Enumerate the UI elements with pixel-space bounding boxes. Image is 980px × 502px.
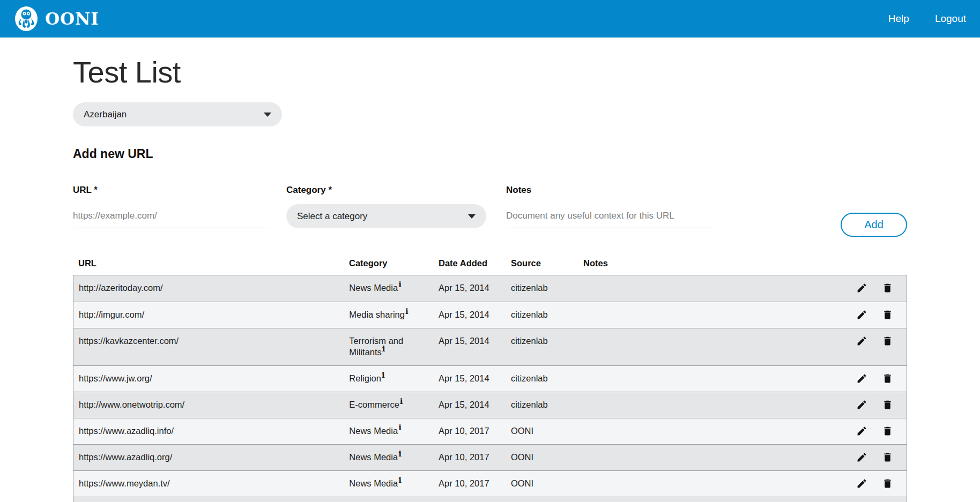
row-actions bbox=[824, 418, 907, 444]
table-row: http://www.abzas.net/ News Mediai Apr 10… bbox=[73, 497, 907, 502]
table-body: http://azeritoday.com/ News Mediai Apr 1… bbox=[73, 275, 907, 502]
logout-link[interactable]: Logout bbox=[935, 13, 966, 25]
category-info-icon[interactable]: i bbox=[398, 475, 402, 485]
help-link[interactable]: Help bbox=[888, 13, 909, 25]
delete-trash-icon[interactable] bbox=[882, 399, 893, 410]
table-row: https://kavkazcenter.com/ Terrorism and … bbox=[73, 328, 907, 365]
edit-pencil-icon[interactable] bbox=[856, 478, 867, 489]
url-cell: http://www.abzas.net/ bbox=[73, 497, 344, 502]
row-actions bbox=[824, 302, 907, 327]
page-title: Test List bbox=[73, 55, 907, 89]
category-cell: News Mediai bbox=[344, 275, 433, 301]
date-added-cell: Apr 10, 2017 bbox=[433, 418, 506, 444]
row-actions bbox=[824, 471, 907, 496]
edit-pencil-icon[interactable] bbox=[856, 282, 867, 294]
category-cell: News Mediai bbox=[344, 445, 433, 470]
source-cell: OONI bbox=[506, 418, 578, 444]
top-nav: Help Logout bbox=[888, 13, 966, 25]
date-added-cell: Apr 10, 2017 bbox=[433, 445, 506, 470]
edit-pencil-icon[interactable] bbox=[856, 425, 867, 437]
source-cell: OONI bbox=[506, 497, 578, 502]
notes-cell bbox=[578, 366, 824, 380]
edit-pencil-icon[interactable] bbox=[856, 335, 867, 347]
notes-cell bbox=[578, 328, 824, 342]
chevron-down-icon bbox=[468, 214, 476, 219]
chevron-down-icon bbox=[264, 113, 271, 117]
row-actions bbox=[824, 445, 907, 470]
date-added-cell: Apr 15, 2014 bbox=[433, 392, 506, 417]
row-actions bbox=[824, 497, 907, 502]
add-button[interactable]: Add bbox=[841, 213, 907, 237]
url-cell: http://www.onetwotrip.com/ bbox=[73, 392, 344, 417]
category-cell: Media sharingi bbox=[344, 302, 433, 328]
category-info-icon[interactable]: i bbox=[382, 344, 385, 354]
delete-trash-icon[interactable] bbox=[882, 452, 893, 463]
delete-trash-icon[interactable] bbox=[882, 335, 893, 347]
app-header: OONI Help Logout bbox=[0, 0, 980, 38]
url-cell: http://imgur.com/ bbox=[73, 302, 344, 327]
table-row: https://www.meydan.tv/ News Mediai Apr 1… bbox=[73, 470, 907, 497]
url-table: URL Category Date Added Source Notes htt… bbox=[73, 258, 907, 502]
delete-trash-icon[interactable] bbox=[882, 425, 893, 437]
date-added-cell: Apr 15, 2014 bbox=[433, 302, 506, 327]
column-header-notes: Notes bbox=[578, 258, 825, 268]
table-row: https://www.azadliq.info/ News Mediai Ap… bbox=[73, 418, 907, 444]
category-cell: Religioni bbox=[344, 366, 433, 392]
url-input[interactable] bbox=[73, 204, 269, 228]
edit-pencil-icon[interactable] bbox=[856, 373, 867, 384]
table-header-row: URL Category Date Added Source Notes bbox=[73, 258, 907, 275]
source-cell: citizenlab bbox=[506, 328, 578, 354]
category-info-icon[interactable]: i bbox=[398, 423, 402, 432]
category-cell: News Mediai bbox=[344, 471, 433, 497]
edit-pencil-icon[interactable] bbox=[856, 399, 867, 410]
notes-cell bbox=[578, 445, 824, 459]
brand-name: OONI bbox=[45, 9, 99, 28]
delete-trash-icon[interactable] bbox=[882, 309, 893, 320]
source-cell: citizenlab bbox=[506, 392, 578, 417]
add-url-form: URL * Category * Select a category Notes… bbox=[73, 185, 907, 237]
category-field-label: Category * bbox=[286, 185, 486, 196]
column-header-source: Source bbox=[506, 258, 578, 268]
category-cell: News Mediai bbox=[344, 497, 433, 502]
table-row: http://www.onetwotrip.com/ E-commercei A… bbox=[73, 392, 907, 418]
delete-trash-icon[interactable] bbox=[882, 478, 893, 489]
row-actions bbox=[824, 275, 907, 301]
table-row: http://imgur.com/ Media sharingi Apr 15,… bbox=[73, 302, 907, 328]
category-select-value: Select a category bbox=[297, 211, 367, 222]
source-cell: citizenlab bbox=[506, 275, 578, 301]
country-select[interactable]: Azerbaijan bbox=[73, 102, 282, 126]
column-header-date: Date Added bbox=[433, 258, 506, 268]
source-cell: citizenlab bbox=[506, 366, 578, 391]
category-info-icon[interactable]: i bbox=[405, 306, 409, 316]
category-cell: News Mediai bbox=[344, 418, 433, 444]
column-header-category: Category bbox=[344, 258, 433, 268]
row-actions bbox=[824, 328, 907, 354]
row-actions bbox=[824, 366, 907, 391]
table-row: https://www.azadliq.org/ News Mediai Apr… bbox=[73, 444, 907, 470]
notes-cell bbox=[578, 418, 824, 432]
source-cell: OONI bbox=[506, 471, 578, 496]
date-added-cell: Apr 15, 2014 bbox=[433, 275, 506, 301]
notes-cell bbox=[578, 392, 824, 406]
edit-pencil-icon[interactable] bbox=[856, 452, 867, 463]
column-header-actions bbox=[825, 258, 907, 268]
delete-trash-icon[interactable] bbox=[882, 282, 893, 294]
date-added-cell: Apr 15, 2014 bbox=[433, 328, 506, 354]
notes-cell bbox=[578, 471, 824, 485]
url-field-label: URL * bbox=[73, 185, 269, 196]
url-cell: https://www.meydan.tv/ bbox=[73, 471, 344, 496]
category-cell: E-commercei bbox=[344, 392, 433, 418]
row-actions bbox=[824, 392, 907, 417]
category-select[interactable]: Select a category bbox=[286, 204, 486, 228]
category-info-icon[interactable]: i bbox=[382, 370, 385, 380]
edit-pencil-icon[interactable] bbox=[856, 309, 867, 320]
notes-input[interactable] bbox=[506, 204, 712, 228]
category-info-icon[interactable]: i bbox=[398, 280, 402, 289]
add-url-heading: Add new URL bbox=[73, 147, 907, 161]
notes-cell bbox=[578, 302, 824, 316]
category-info-icon[interactable]: i bbox=[400, 396, 403, 406]
category-info-icon[interactable]: i bbox=[398, 449, 402, 459]
source-cell: citizenlab bbox=[506, 302, 578, 327]
column-header-url: URL bbox=[73, 258, 344, 268]
delete-trash-icon[interactable] bbox=[882, 373, 893, 384]
